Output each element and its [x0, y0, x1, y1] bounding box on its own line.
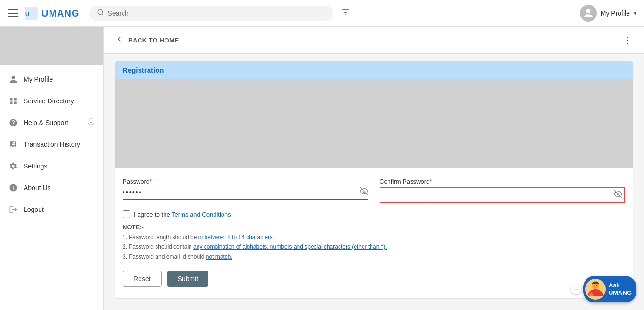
filter-icon[interactable]	[341, 8, 350, 19]
main-content: BACK TO HOME ⋮ Registration Passwor	[104, 27, 644, 310]
registration-header: Registration	[115, 61, 633, 79]
logout-icon	[8, 205, 18, 214]
reset-button[interactable]: Reset	[123, 271, 162, 287]
terms-checkbox-wrap: I agree to the Terms and Conditions	[123, 210, 625, 218]
notes-section: NOTE:- 1. Password length should be in b…	[123, 224, 625, 261]
back-nav-label: BACK TO HOME	[128, 37, 179, 44]
content-area: Registration Password*	[104, 54, 644, 310]
back-arrow-icon	[115, 35, 124, 45]
sidebar-item-transaction-history[interactable]: Transaction History	[0, 134, 103, 155]
note-2: 2. Password should contain any combinati…	[123, 242, 625, 251]
sidebar-item-label: Settings	[24, 162, 95, 170]
chevron-down-icon: ▾	[634, 10, 636, 17]
registration-card: Registration Password*	[115, 61, 633, 298]
confirm-password-required: *	[429, 178, 432, 185]
password-toggle-icon[interactable]	[360, 187, 368, 197]
app-header: U UMANG My Profile ▾	[0, 0, 644, 27]
sidebar: My Profile Service Directory Help & Supp…	[0, 27, 104, 310]
svg-point-12	[594, 285, 594, 286]
terms-link[interactable]: Terms and Conditions	[172, 211, 231, 218]
ask-umang-widget: − Ask UMANG	[571, 276, 636, 302]
password-required: *	[149, 178, 152, 185]
confirm-password-label: Confirm Password*	[380, 178, 625, 185]
search-input[interactable]	[108, 9, 326, 17]
grid-icon	[8, 96, 18, 106]
notes-title: NOTE:-	[123, 224, 625, 231]
search-bar[interactable]	[89, 6, 334, 21]
form-group-confirm-password: Confirm Password*	[380, 178, 625, 203]
profile-name: My Profile	[601, 9, 630, 17]
note-3: 3. Password and email Id should not matc…	[123, 252, 625, 261]
avatar	[580, 5, 597, 22]
sidebar-item-label: Help & Support	[24, 119, 82, 126]
confirm-password-toggle-icon[interactable]	[614, 190, 622, 200]
menu-icon[interactable]	[8, 9, 18, 17]
person-icon	[8, 75, 18, 84]
terms-checkbox[interactable]	[123, 210, 130, 218]
terms-label[interactable]: I agree to the Terms and Conditions	[134, 211, 231, 218]
sidebar-item-about-us[interactable]: About Us	[0, 177, 103, 199]
svg-point-3	[98, 9, 103, 15]
info-icon	[8, 183, 18, 193]
settings-icon	[8, 161, 18, 171]
sidebar-item-settings[interactable]: Settings	[0, 155, 103, 177]
help-circle-icon	[8, 118, 18, 127]
app-logo: U UMANG	[24, 6, 80, 21]
password-input-wrap	[123, 187, 368, 200]
back-nav[interactable]: BACK TO HOME ⋮	[104, 27, 644, 54]
sidebar-item-label: About Us	[24, 184, 95, 192]
expand-icon	[87, 118, 95, 127]
sidebar-user-banner	[0, 27, 103, 65]
confirm-password-input[interactable]	[382, 190, 614, 200]
note-1: 1. Password length should be in between …	[123, 233, 625, 242]
sidebar-item-label: My Profile	[24, 75, 95, 83]
more-options-icon[interactable]: ⋮	[623, 34, 633, 46]
umang-logo-icon: U	[24, 6, 39, 21]
submit-button[interactable]: Submit	[167, 271, 209, 287]
ask-umang-avatar	[585, 279, 606, 300]
form-actions: Reset Submit	[123, 271, 625, 287]
sidebar-item-label: Logout	[24, 206, 95, 213]
registration-image	[115, 79, 633, 168]
form-row-passwords: Password* Conf	[123, 178, 625, 203]
sidebar-item-label: Transaction History	[24, 141, 95, 148]
registration-form-body: Password* Conf	[115, 168, 633, 298]
sidebar-item-label: Service Directory	[24, 97, 95, 105]
svg-point-13	[596, 285, 597, 286]
ask-umang-text: Ask UMANG	[609, 282, 632, 296]
svg-line-4	[102, 14, 103, 15]
sidebar-item-help-support[interactable]: Help & Support	[0, 112, 103, 134]
main-layout: My Profile Service Directory Help & Supp…	[0, 27, 644, 310]
svg-text:U: U	[25, 11, 29, 17]
form-group-password: Password*	[123, 178, 368, 203]
profile-menu[interactable]: My Profile ▾	[580, 5, 636, 22]
sidebar-item-logout[interactable]: Logout	[0, 199, 103, 220]
password-input[interactable]	[123, 187, 360, 197]
receipt-icon	[8, 140, 18, 149]
sidebar-item-my-profile[interactable]: My Profile	[0, 68, 103, 90]
ask-umang-minimize[interactable]: −	[571, 284, 581, 294]
sidebar-item-service-directory[interactable]: Service Directory	[0, 90, 103, 112]
confirm-password-input-wrap	[380, 187, 625, 203]
ask-umang-button[interactable]: Ask UMANG	[583, 276, 636, 302]
password-label: Password*	[123, 178, 368, 185]
search-icon	[97, 8, 104, 18]
app-logo-text: UMANG	[41, 8, 80, 19]
sidebar-nav: My Profile Service Directory Help & Supp…	[0, 65, 103, 310]
